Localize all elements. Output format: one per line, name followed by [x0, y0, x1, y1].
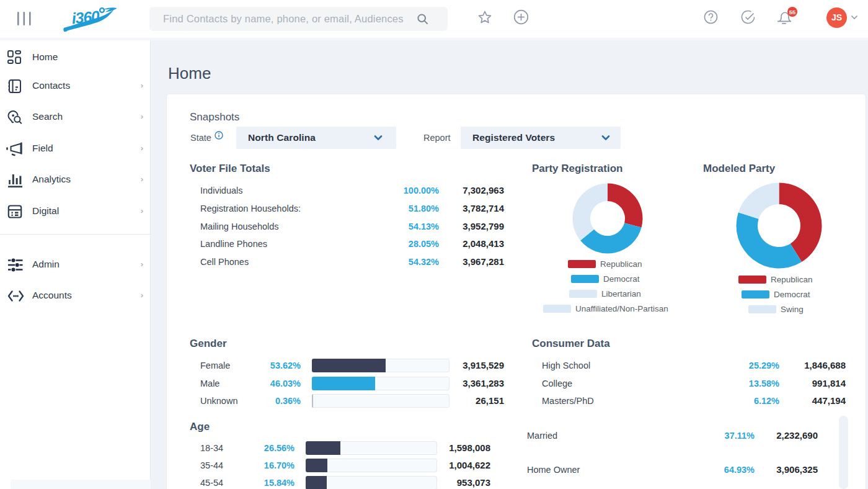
svg-text:i360: i360 [71, 7, 100, 27]
